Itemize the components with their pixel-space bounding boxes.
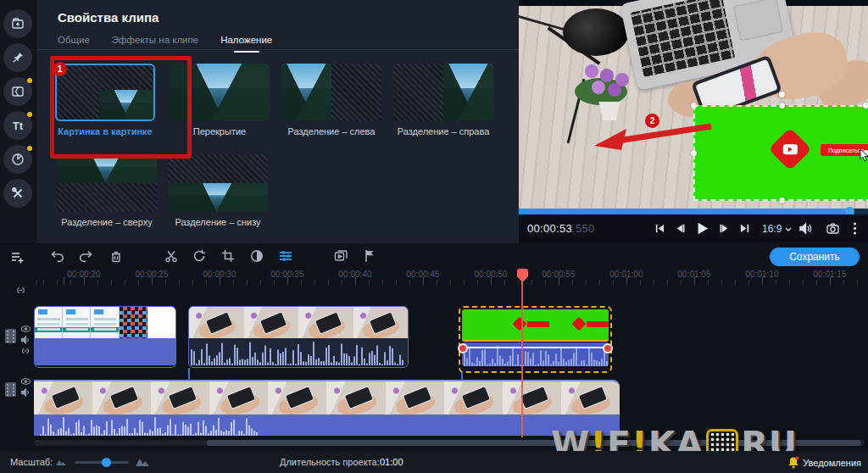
stickers-button[interactable] [3,145,32,174]
resize-handle-top-left[interactable] [691,103,697,109]
tab-clip-effects[interactable]: Эффекты на клипе [112,35,198,45]
next-frame-button[interactable] [719,223,730,234]
ruler-label: 00:00:25 [136,270,169,279]
zoom-out-icon[interactable] [56,459,66,465]
mode-label: Перекрытие [170,126,270,136]
flower-pot [597,102,622,120]
timeline-section: Сохранить 00:00:20 00:00:25 00:00:30 00:… [0,243,868,451]
clip-filmstrip [189,307,408,338]
video-track-visibility-eye-icon[interactable] [20,377,31,386]
zoom-label: Масштаб: [10,457,53,467]
resize-handle-top-right[interactable] [863,103,868,109]
badge-dot [27,146,32,151]
overlay-mode-split-bottom[interactable]: Разделение – снизу [168,154,268,227]
timeline-zoom-slider[interactable] [75,461,129,464]
overlay-mode-picture-in-picture[interactable]: Картинка в картинке [55,64,155,136]
overlay-mode-split-top[interactable]: Разделение – сверху [57,154,157,227]
clock-icon [10,152,25,167]
overwrite-mode-button[interactable] [333,248,349,264]
overlay-mode-split-right[interactable]: Разделение – справа [393,64,493,136]
play-triangle-icon [788,147,793,152]
overlay-mode-overlap[interactable]: Перекрытие [170,64,270,136]
tab-general[interactable]: Общие [58,35,90,45]
marker-flag-button[interactable] [362,248,377,264]
link-tracks-icon[interactable] [15,285,26,296]
tab-overlay[interactable]: Наложение [220,35,272,45]
overlay-track-visibility-eye-icon[interactable] [20,325,31,333]
panel-tabs: Общие Эффекты на клипе Наложение [58,35,272,45]
volume-button[interactable] [798,221,813,236]
clip-properties-button[interactable] [278,248,293,264]
preview-player: Подписаться 2 [519,0,868,243]
snapshot-camera-button[interactable] [826,221,840,236]
main-video-clip[interactable] [34,380,620,437]
filmstrip-frame [92,381,151,415]
mode-thumbnail [55,64,155,121]
resize-handle-top-center[interactable] [779,103,785,109]
selected-chroma-clip[interactable] [459,306,612,373]
delete-button[interactable] [108,248,124,264]
filmstrip-frame [386,381,444,415]
more-options-button[interactable] [853,221,857,236]
mode-label: Разделение – сверху [57,217,157,227]
filmstrip-frame [189,307,244,338]
play-button[interactable] [695,221,709,236]
ruler-label: 00:00:55 [542,270,576,279]
skip-to-end-button[interactable] [739,223,750,234]
filmstrip-frame [503,381,561,415]
crop-button[interactable] [220,248,236,264]
preview-video-frame[interactable]: Подписаться 2 [519,0,868,209]
pip-inset-preview [99,90,153,120]
zoom-slider-handle[interactable] [102,458,111,467]
redo-button[interactable] [79,248,94,264]
volume-handle-right[interactable] [603,343,613,353]
rotate-handle[interactable] [779,92,785,97]
undo-button[interactable] [49,248,64,264]
volume-handle-left[interactable] [458,343,468,353]
clip-audio-strip [34,415,620,436]
overlay-mode-split-left[interactable]: Разделение – слева [281,64,381,136]
color-adjustments-button[interactable] [249,248,264,264]
ruler-label: 00:01:10 [746,270,779,279]
overlay-track-link-icon[interactable] [20,346,31,356]
clip-audio-strip [35,338,175,365]
overlay-clip-desk-video[interactable] [188,306,409,368]
titles-icon: Tt [13,120,23,132]
import-media-button[interactable] [3,9,32,38]
mode-thumbnail [168,154,268,212]
save-button[interactable]: Сохранить [770,248,860,266]
titles-button[interactable]: Tt [3,111,32,140]
filmstrip-frame [268,381,326,415]
split-scissors-button[interactable] [164,248,179,264]
badge-dot [27,112,32,117]
resize-handle-bottom-center[interactable] [779,198,785,203]
status-bar: Масштаб: Длительность проекта: 01:00 Уве… [0,451,868,473]
filmstrip-frame [34,381,92,415]
video-track-mute-speaker-icon[interactable] [20,387,31,398]
ruler-label: 00:01:00 [610,270,643,279]
mode-label: Разделение – справа [393,126,493,136]
more-tools-button[interactable] [3,179,32,208]
timeline-scrollbar-track[interactable] [34,440,865,446]
skip-to-start-button[interactable] [654,223,665,234]
rotate-button[interactable] [192,248,207,264]
zoom-in-icon[interactable] [136,457,149,466]
seek-bar[interactable] [519,209,868,214]
notifications-button[interactable]: Уведомления [787,456,861,469]
aspect-ratio-select[interactable]: 16:9 [762,223,792,235]
pinned-tools-button[interactable] [3,43,32,72]
chroma-key-overlay-clip[interactable]: Подписаться [693,105,868,201]
clip-filmstrip [35,307,175,338]
mode-label: Разделение – слева [281,126,381,136]
filmstrip-frame [147,307,175,338]
transitions-button[interactable] [3,77,32,106]
volume-line[interactable] [462,347,609,348]
add-track-button[interactable] [10,250,25,264]
overlay-clip-app-screens[interactable] [34,306,176,368]
overlay-track-mute-speaker-icon[interactable] [20,335,31,345]
ruler-label: 00:00:40 [339,270,372,279]
previous-frame-button[interactable] [675,223,686,234]
timeline-scrollbar-thumb[interactable] [207,440,861,446]
overlay-track-icon [4,328,17,344]
ruler-label: 00:00:20 [68,270,101,279]
